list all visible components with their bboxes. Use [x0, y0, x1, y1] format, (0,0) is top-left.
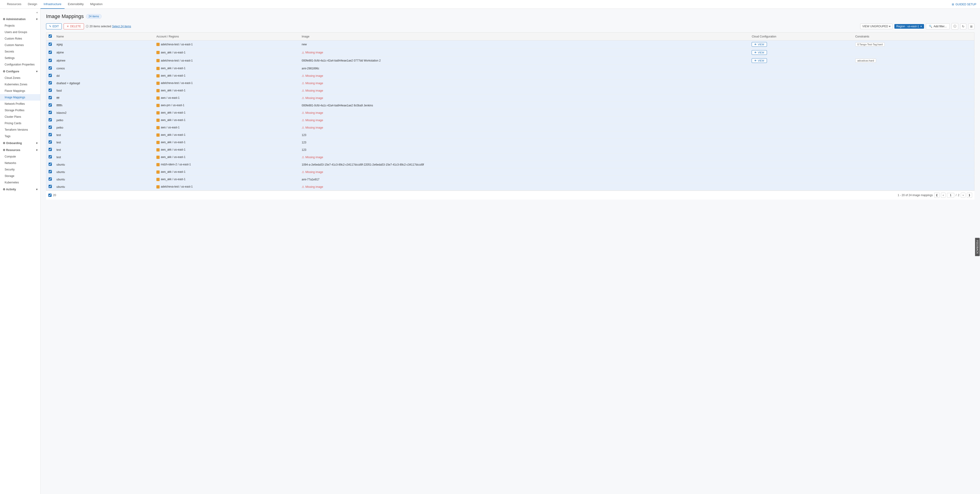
- sidebar-item-custom-names[interactable]: Custom Names: [0, 42, 40, 48]
- main-content: Image Mappings 24 items ✎ EDIT ✕ DELETE …: [40, 9, 980, 494]
- view-cloud-config-btn[interactable]: 👁 VIEW: [752, 50, 767, 55]
- eye-icon: 👁: [754, 59, 757, 62]
- sidebar-item-network-profiles[interactable]: Network Profiles: [0, 101, 40, 107]
- section-onboarding: ⚙ Onboarding ▾: [0, 140, 40, 146]
- nav-resources[interactable]: Resources: [4, 0, 24, 9]
- row-checkbox[interactable]: [49, 103, 52, 106]
- table-row: ubuntuaws_akk / us-east-1ami-77a1e917: [46, 176, 974, 183]
- sidebar-item-users-and-groups[interactable]: Users and Groups: [0, 29, 40, 35]
- sidebar-item-kubernetes[interactable]: Kubernetes: [0, 179, 40, 186]
- sidebar-item-image-mappings[interactable]: Image Mappings: [0, 94, 40, 101]
- row-checkbox[interactable]: [49, 111, 52, 114]
- sidebar-item-pricing-cards[interactable]: Pricing Cards: [0, 120, 40, 127]
- row-checkbox[interactable]: [49, 125, 52, 129]
- cell-image: 123: [299, 139, 749, 146]
- prev-page-btn[interactable]: ‹: [941, 193, 945, 198]
- cell-name: fasd: [54, 87, 154, 94]
- row-checkbox[interactable]: [49, 74, 52, 77]
- row-checkbox[interactable]: [49, 133, 52, 136]
- sidebar-item-terraform-versions[interactable]: Terraform Versions: [0, 127, 40, 133]
- search-button[interactable]: 🔍 Add filter...: [926, 23, 950, 29]
- columns-button[interactable]: ⊞: [968, 24, 974, 29]
- row-checkbox[interactable]: [49, 177, 52, 181]
- table-row: ubuntuadelcheva-test / us-east-1⚠ Missin…: [46, 183, 974, 191]
- cell-account: aws_akk / us-east-1: [154, 65, 299, 72]
- edit-button[interactable]: ✎ EDIT: [46, 23, 62, 29]
- cell-image: ⚠ Missing image: [299, 168, 749, 176]
- eye-icon: 👁: [754, 51, 757, 54]
- nav-design[interactable]: Design: [24, 0, 40, 9]
- cell-constraints: [853, 49, 974, 57]
- row-checkbox[interactable]: [49, 59, 52, 62]
- section-resources-header[interactable]: ⚙ Resources ▾: [0, 147, 40, 153]
- cell-image: ⚠ Missing image: [299, 124, 749, 131]
- top-nav: Resources Design Infrastructure Extensib…: [0, 0, 980, 9]
- cell-cloud-config: 👁 VIEW: [749, 40, 853, 49]
- sidebar-item-networks[interactable]: Networks: [0, 160, 40, 166]
- sidebar-item-config-properties[interactable]: Configuration Properties: [0, 61, 40, 68]
- info-button[interactable]: ⓘ: [951, 23, 958, 30]
- sidebar-item-settings[interactable]: Settings: [0, 55, 40, 61]
- sidebar-collapse-btn[interactable]: «: [0, 9, 40, 16]
- sidebar-item-cluster-plans[interactable]: Cluster Plans: [0, 114, 40, 120]
- missing-image-label: ⚠ Missing image: [302, 51, 747, 54]
- sidebar-item-security[interactable]: Security: [0, 166, 40, 173]
- row-checkbox[interactable]: [49, 67, 52, 70]
- row-checkbox[interactable]: [49, 163, 52, 166]
- view-cloud-config-btn[interactable]: 👁 VIEW: [752, 42, 767, 47]
- row-checkbox[interactable]: [49, 155, 52, 159]
- sidebar-item-tags[interactable]: Tags: [0, 133, 40, 140]
- row-checkbox[interactable]: [49, 81, 52, 84]
- row-checkbox[interactable]: [49, 170, 52, 173]
- sidebar-item-projects[interactable]: Projects: [0, 22, 40, 29]
- next-page-btn[interactable]: ›: [961, 193, 966, 198]
- row-checkbox[interactable]: [49, 140, 52, 144]
- select-all-checkbox[interactable]: [49, 35, 52, 38]
- guided-setup-btn[interactable]: ⊞ GUIDED SETUP: [952, 3, 976, 6]
- nav-extensibility[interactable]: Extensibility: [65, 0, 87, 9]
- refresh-button[interactable]: ↻: [960, 24, 966, 29]
- sidebar-item-storage[interactable]: Storage: [0, 173, 40, 179]
- view-ungrouped-btn[interactable]: VIEW UNGROUPED ▾: [860, 24, 892, 29]
- sidebar-item-kubernetes-zones[interactable]: Kubernetes Zones: [0, 81, 40, 87]
- section-activity-header[interactable]: ⚙ Activity ▾: [0, 186, 40, 193]
- feedback-tab[interactable]: FEEDBACK: [975, 238, 980, 256]
- section-configure-header[interactable]: ⚙ Configure ▾: [0, 68, 40, 75]
- pagination: 1 - 20 of 24 image mappings ⟪ ‹ / 2 › ⟫: [898, 193, 972, 198]
- row-checkbox[interactable]: [49, 43, 52, 46]
- sidebar-item-secrets[interactable]: Secrets: [0, 48, 40, 55]
- account-icon: [156, 43, 160, 46]
- cell-image: 123: [299, 146, 749, 154]
- cell-constraints: 0:Tango-Test-Tag:hard: [853, 40, 974, 49]
- section-configure-label: ⚙ Configure: [3, 70, 19, 73]
- row-checkbox[interactable]: [49, 89, 52, 92]
- select-all-link[interactable]: Select 24 items: [112, 25, 131, 28]
- sidebar-item-storage-profiles[interactable]: Storage Profiles: [0, 107, 40, 114]
- image-mappings-table: Name Account / Regions Image Cloud Confi…: [46, 32, 974, 191]
- row-checkbox[interactable]: [49, 51, 52, 54]
- first-page-btn[interactable]: ⟪: [934, 193, 940, 198]
- row-checkbox[interactable]: [49, 185, 52, 188]
- cell-account: adelcheva-test / us-east-1: [154, 57, 299, 65]
- row-checkbox[interactable]: [49, 118, 52, 121]
- sidebar-item-flavor-mappings[interactable]: Flavor Mappings: [0, 87, 40, 94]
- row-checkbox[interactable]: [49, 148, 52, 151]
- nav-infrastructure[interactable]: Infrastructure: [40, 0, 65, 9]
- row-checkbox[interactable]: [49, 96, 52, 99]
- sidebar-item-compute[interactable]: Compute: [0, 153, 40, 160]
- section-onboarding-header[interactable]: ⚙ Onboarding ▾: [0, 140, 40, 146]
- footer-checkbox[interactable]: [48, 194, 52, 197]
- section-administration-header[interactable]: ⚙ Administration ▾: [0, 16, 40, 22]
- nav-migration[interactable]: Migration: [87, 0, 106, 9]
- view-cloud-config-btn[interactable]: 👁 VIEW: [752, 58, 767, 63]
- warning-icon: ⚠: [302, 170, 304, 174]
- total-pages: 2: [958, 194, 959, 197]
- app-layout: « ⚙ Administration ▾ Projects Users and …: [0, 9, 980, 494]
- filter-remove-btn[interactable]: ✕: [920, 25, 922, 28]
- current-page-input[interactable]: [947, 193, 954, 197]
- last-page-btn[interactable]: ⟫: [967, 193, 972, 198]
- delete-button[interactable]: ✕ DELETE: [64, 23, 84, 29]
- cell-cloud-config: [749, 79, 853, 87]
- sidebar-item-custom-roles[interactable]: Custom Roles: [0, 35, 40, 42]
- sidebar-item-cloud-zones[interactable]: Cloud Zones: [0, 75, 40, 81]
